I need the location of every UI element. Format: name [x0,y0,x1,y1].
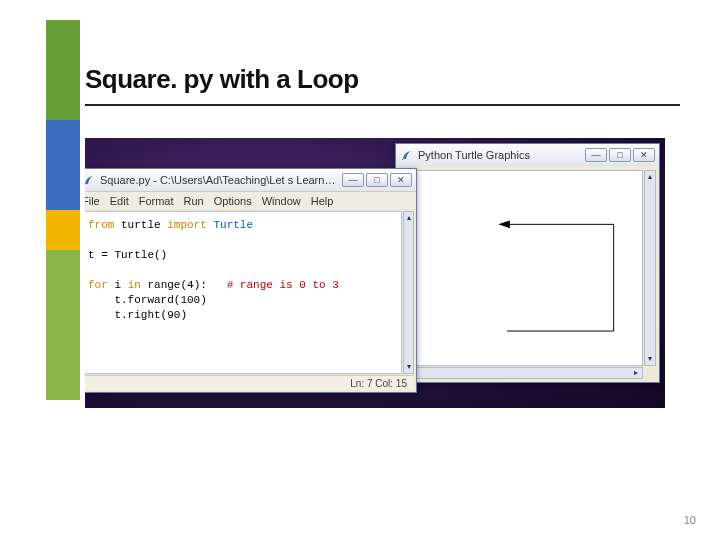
svg-line-0 [402,159,403,160]
editor-title-text: Square.py - C:\Users\Ad\Teaching\Let s L… [100,174,338,186]
menu-format[interactable]: Format [139,195,174,207]
title-underline [85,104,680,106]
scroll-up-icon[interactable]: ▴ [404,213,414,223]
minimize-button[interactable]: — [585,148,607,162]
menu-help[interactable]: Help [311,195,334,207]
editor-statusbar: Ln: 7 Col: 15 [85,375,413,390]
scroll-up-icon[interactable]: ▴ [645,172,655,182]
cursor-position: Ln: 7 Col: 15 [350,378,407,389]
turtle-scrollbar-horizontal[interactable]: ◂ ▸ [400,367,643,379]
menu-file[interactable]: File [85,195,100,207]
turtle-scrollbar-vertical[interactable]: ▴ ▾ [644,170,656,366]
page-number: 10 [684,514,696,526]
turtle-canvas [400,170,643,366]
menu-window[interactable]: Window [262,195,301,207]
scroll-right-icon[interactable]: ▸ [631,368,641,378]
feather-icon [400,148,414,162]
editor-titlebar[interactable]: Square.py - C:\Users\Ad\Teaching\Let s L… [85,169,416,191]
feather-icon [85,173,96,187]
maximize-button[interactable]: □ [366,173,388,187]
turtle-window: Python Turtle Graphics — □ ✕ ▴ ▾ ◂ ▸ [395,143,660,383]
menu-edit[interactable]: Edit [110,195,129,207]
turtle-titlebar[interactable]: Python Turtle Graphics — □ ✕ [396,144,659,166]
scroll-down-icon[interactable]: ▾ [645,354,655,364]
menu-run[interactable]: Run [184,195,204,207]
editor-window: Square.py - C:\Users\Ad\Teaching\Let s L… [85,168,417,393]
turtle-cursor-icon [498,220,510,228]
screenshot-area: Python Turtle Graphics — □ ✕ ▴ ▾ ◂ ▸ [85,138,665,408]
code-editor[interactable]: from turtle import Turtle t = Turtle() f… [85,211,402,374]
minimize-button[interactable]: — [342,173,364,187]
editor-scrollbar-vertical[interactable]: ▴ ▾ [403,211,414,374]
scroll-down-icon[interactable]: ▾ [404,362,414,372]
close-button[interactable]: ✕ [390,173,412,187]
turtle-drawing [401,171,642,365]
maximize-button[interactable]: □ [609,148,631,162]
turtle-title-text: Python Turtle Graphics [418,149,581,161]
close-button[interactable]: ✕ [633,148,655,162]
menu-options[interactable]: Options [214,195,252,207]
accent-bar [46,20,80,400]
editor-menubar: File Edit Format Run Options Window Help [85,191,416,209]
slide-title: Square. py with a Loop [85,64,359,95]
